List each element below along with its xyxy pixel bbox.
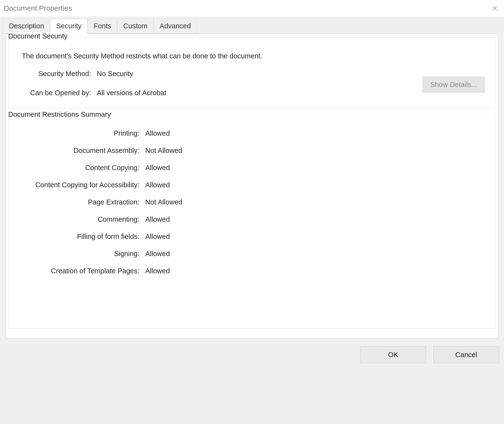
restriction-value: Allowed (145, 129, 170, 137)
restriction-label: Printing: (15, 129, 145, 137)
restriction-label: Document Assembly: (15, 147, 145, 155)
dialog-footer: OK Cancel (0, 341, 504, 368)
restriction-row: Signing: Allowed (15, 250, 489, 258)
show-details-wrap: Show Details... (422, 76, 485, 93)
restriction-value: Allowed (145, 181, 170, 189)
restriction-row: Filling of form fields: Allowed (15, 233, 489, 241)
close-button[interactable] (490, 4, 499, 13)
opened-by-value: All versions of Acrobat (97, 89, 166, 97)
restriction-value: Allowed (145, 233, 170, 241)
window-title: Document Properties (4, 4, 72, 12)
restriction-label: Creation of Template Pages: (15, 267, 145, 275)
close-icon (492, 5, 498, 11)
security-method-label: Security Method: (15, 70, 97, 78)
restriction-row: Content Copying for Accessibility: Allow… (15, 181, 489, 189)
restriction-label: Content Copying: (15, 164, 145, 172)
restriction-row: Document Assembly: Not Allowed (15, 147, 489, 155)
restriction-label: Filling of form fields: (15, 233, 145, 241)
security-method-value: No Security (97, 70, 133, 78)
restrictions-legend: Document Restrictions Summary (8, 110, 112, 118)
restrictions-list: Printing: Allowed Document Assembly: Not… (15, 129, 489, 275)
restriction-value: Allowed (145, 250, 170, 258)
restriction-row: Content Copying: Allowed (15, 164, 489, 172)
restrictions-group: Document Restrictions Summary Printing: … (8, 116, 496, 329)
restriction-row: Commenting: Allowed (15, 215, 489, 223)
opened-by-row: Can be Opened by: All versions of Acroba… (15, 89, 489, 97)
tabstrip: Description Security Fonts Custom Advanc… (3, 19, 501, 34)
tab-advanced[interactable]: Advanced (153, 19, 197, 34)
restriction-value: Not Allowed (145, 198, 182, 206)
restriction-row: Printing: Allowed (15, 129, 489, 137)
restriction-row: Creation of Template Pages: Allowed (15, 267, 489, 275)
cancel-button[interactable]: Cancel (433, 346, 499, 363)
restriction-value: Not Allowed (145, 147, 182, 155)
document-properties-dialog: Document Properties Description Security… (0, 0, 504, 424)
restriction-label: Page Extraction: (15, 198, 145, 206)
restriction-value: Allowed (145, 267, 170, 275)
restriction-label: Signing: (15, 250, 145, 258)
restriction-value: Allowed (145, 215, 170, 223)
tabstrip-container: Description Security Fonts Custom Advanc… (0, 16, 504, 341)
restriction-label: Commenting: (15, 215, 145, 223)
tab-security[interactable]: Security (50, 19, 88, 34)
restriction-value: Allowed (145, 164, 170, 172)
show-details-button: Show Details... (422, 76, 485, 93)
security-method-row: Security Method: No Security (15, 70, 489, 78)
restriction-label: Content Copying for Accessibility: (15, 181, 145, 189)
opened-by-label: Can be Opened by: (15, 89, 97, 97)
tab-description[interactable]: Description (3, 19, 50, 34)
restriction-row: Page Extraction: Not Allowed (15, 198, 489, 206)
tab-custom[interactable]: Custom (117, 19, 153, 34)
security-intro-text: The document's Security Method restricts… (22, 52, 489, 60)
tab-fonts[interactable]: Fonts (88, 19, 117, 34)
titlebar: Document Properties (0, 0, 504, 16)
tab-content: Document Security The document's Securit… (6, 34, 498, 338)
ok-button[interactable]: OK (360, 346, 426, 363)
document-security-group: Document Security The document's Securit… (8, 37, 496, 109)
